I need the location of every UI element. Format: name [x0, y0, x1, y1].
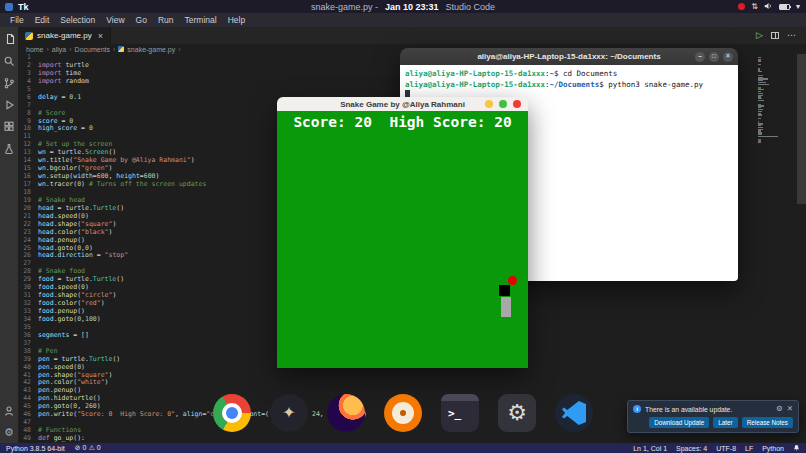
desktop: Tk snake-game.py - Jan 10 23:31 Studio C…	[0, 0, 806, 453]
later-button[interactable]: Later	[713, 417, 737, 428]
status-lf[interactable]: LF	[745, 445, 753, 452]
game-window: Snake Game by @Aliya Rahmani Score: 20 H…	[277, 97, 528, 368]
extensions-icon[interactable]	[3, 120, 16, 133]
window-title-left: snake-game.py -	[311, 2, 378, 12]
python-icon	[118, 46, 124, 52]
network-icon: ⇅	[751, 3, 758, 11]
snake-segment	[501, 297, 511, 307]
status-bar: Python 3.8.5 64-bit ⊘ 0 ⚠ 0 Ln 1, Col 1S…	[0, 443, 806, 453]
terminal-window-controls: –□×	[695, 52, 733, 62]
game-canvas: Score: 20 High Score: 20	[277, 111, 528, 368]
update-notification: i There is an available update. ⚙ ✕ Down…	[627, 400, 799, 433]
tab-bar: snake-game.py × ▷ ⋯	[18, 27, 806, 44]
editor-scrollbar[interactable]	[797, 54, 806, 443]
dock-icon-firefox[interactable]	[327, 394, 365, 432]
search-icon[interactable]	[3, 54, 16, 67]
maximize-button[interactable]: □	[709, 52, 719, 62]
menu-terminal[interactable]: Terminal	[180, 15, 222, 25]
menu-run[interactable]: Run	[153, 15, 179, 25]
breadcrumb-separator: ›	[113, 46, 115, 53]
code-line: 49def go_up():	[18, 435, 806, 443]
run-debug-icon[interactable]	[3, 98, 16, 111]
terminal-title-bar[interactable]: aliya@aliya-HP-Laptop-15-da1xxx: ~/Docum…	[400, 48, 738, 65]
status-spaces-4[interactable]: Spaces: 4	[676, 445, 707, 452]
status-python[interactable]: Python	[762, 445, 784, 452]
close-button[interactable]: ×	[723, 52, 733, 62]
top-panel: Tk snake-game.py - Jan 10 23:31 Studio C…	[0, 0, 806, 13]
menu-help[interactable]: Help	[223, 15, 250, 25]
maximize-button[interactable]	[499, 100, 507, 108]
snake-segment	[501, 307, 511, 317]
tray-chevron-icon: ▾	[796, 3, 800, 11]
dock	[213, 394, 593, 432]
python-interpreter[interactable]: Python 3.8.5 64-bit	[6, 445, 65, 452]
game-window-controls	[485, 100, 521, 108]
terminal-line: aliya@aliya-HP-Laptop-15-da1xxx:~$ cd Do…	[405, 69, 733, 80]
status-ln-1-col-1[interactable]: Ln 1, Col 1	[633, 445, 667, 452]
dock-icon-vscode[interactable]	[555, 394, 593, 432]
minimize-button[interactable]: –	[695, 52, 705, 62]
system-tray[interactable]: ⇅ ▾	[738, 2, 806, 12]
tab-close-icon[interactable]: ×	[98, 31, 103, 41]
score-display: Score: 20 High Score: 20	[277, 114, 528, 130]
food	[508, 276, 517, 285]
download-update-button[interactable]: Download Update	[649, 417, 709, 428]
menu-go[interactable]: Go	[131, 15, 152, 25]
problems-indicator[interactable]: ⊘ 0 ⚠ 0	[75, 444, 101, 452]
focused-app-name: Tk	[18, 2, 29, 12]
tab-snake-game[interactable]: snake-game.py ×	[18, 27, 111, 44]
explorer-icon[interactable]	[3, 32, 16, 45]
run-python-file-icon[interactable]: ▷	[756, 31, 763, 40]
dock-icon-terminal[interactable]	[441, 394, 479, 432]
dock-icon-settings[interactable]	[498, 394, 536, 432]
account-icon[interactable]	[3, 404, 16, 417]
minimize-button[interactable]	[485, 100, 493, 108]
settings-gear-icon[interactable]: ⚙	[3, 426, 16, 439]
minimap[interactable]	[758, 55, 780, 145]
tab-label: snake-game.py	[37, 31, 92, 40]
notification-close-icon[interactable]: ✕	[787, 405, 793, 413]
breadcrumb-item[interactable]: home	[26, 46, 44, 53]
notification-settings-icon[interactable]: ⚙	[776, 405, 783, 413]
source-control-icon[interactable]	[3, 76, 16, 89]
status-utf-8[interactable]: UTF-8	[716, 445, 736, 452]
dock-icon-chrome[interactable]	[213, 394, 251, 432]
breadcrumb-separator: ›	[178, 46, 180, 53]
breadcrumb-item[interactable]: aliya	[52, 46, 66, 53]
window-title-right: Studio Code	[446, 2, 496, 12]
breadcrumb-separator: ›	[69, 46, 71, 53]
close-button[interactable]	[513, 100, 521, 108]
recording-icon	[738, 3, 745, 10]
menu-view[interactable]: View	[101, 15, 129, 25]
terminal-title: aliya@aliya-HP-Laptop-15-da1xxx: ~/Docum…	[477, 52, 660, 61]
menu-file[interactable]: File	[5, 15, 29, 25]
game-title-bar[interactable]: Snake Game by @Aliya Rahmani	[277, 97, 528, 111]
breadcrumb-separator: ›	[47, 46, 49, 53]
menu-selection[interactable]: Selection	[55, 15, 100, 25]
notification-message: There is an available update.	[645, 406, 772, 413]
menu-edit[interactable]: Edit	[30, 15, 55, 25]
menu-bar: FileEditSelectionViewGoRunTerminalHelp	[0, 13, 806, 27]
code-line: 41pen.shape("square")	[18, 372, 806, 380]
scrollbar-thumb[interactable]	[797, 54, 806, 204]
split-editor-icon[interactable]	[771, 32, 779, 39]
clock[interactable]: Jan 10 23:31	[385, 2, 439, 12]
snake-head	[499, 285, 510, 296]
terminal-line: aliya@aliya-HP-Laptop-15-da1xxx:~/Docume…	[405, 80, 733, 91]
activity-bar: ⚙	[0, 27, 18, 443]
breadcrumb-item[interactable]: Documents	[75, 46, 110, 53]
dock-icon-camera[interactable]	[384, 394, 422, 432]
info-icon: i	[633, 405, 641, 413]
volume-icon	[764, 2, 773, 12]
testing-icon[interactable]	[3, 142, 16, 155]
code-line: 42pen.color("white")	[18, 379, 806, 387]
app-icon	[5, 3, 13, 11]
notifications-bell-icon[interactable]	[793, 444, 800, 453]
release-notes-button[interactable]: Release Notes	[742, 417, 793, 428]
breadcrumb-item[interactable]: snake-game.py	[127, 46, 175, 53]
dock-icon-app[interactable]	[270, 394, 308, 432]
game-title: Snake Game by @Aliya Rahmani	[340, 100, 465, 109]
more-actions-icon[interactable]: ⋯	[787, 31, 797, 40]
battery-icon	[779, 4, 790, 10]
python-icon	[25, 32, 33, 40]
